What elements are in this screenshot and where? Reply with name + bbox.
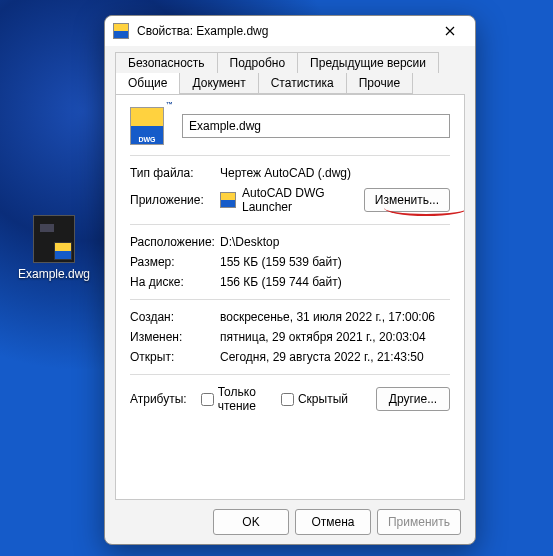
tab-document[interactable]: Документ: [179, 73, 258, 94]
modified-label: Изменен:: [130, 330, 220, 344]
separator: [130, 374, 450, 375]
created-label: Создан:: [130, 310, 220, 324]
close-icon: [445, 26, 455, 36]
attributes-label: Атрибуты:: [130, 392, 187, 406]
separator: [130, 224, 450, 225]
tab-previous-versions[interactable]: Предыдущие версии: [297, 52, 439, 73]
hidden-checkbox[interactable]: Скрытый: [281, 392, 348, 406]
highlight-annotation: [384, 208, 465, 216]
desktop-file-icon[interactable]: Example.dwg: [18, 215, 90, 281]
modified-value: пятница, 29 октября 2021 г., 20:03:04: [220, 330, 450, 344]
titlebar[interactable]: Свойства: Example.dwg: [105, 16, 475, 46]
separator: [130, 299, 450, 300]
readonly-label: Только чтение: [218, 385, 267, 413]
filetype-label: Тип файла:: [130, 166, 220, 180]
tab-statistics[interactable]: Статистика: [258, 73, 347, 94]
created-value: воскресенье, 31 июля 2022 г., 17:00:06: [220, 310, 450, 324]
file-type-icon: ™: [130, 107, 164, 145]
app-value: AutoCAD DWG Launcher: [242, 186, 364, 214]
tab-other[interactable]: Прочие: [346, 73, 413, 94]
tab-pane-general: ™ Тип файла: Чертеж AutoCAD (.dwg) Прило…: [115, 94, 465, 500]
size-value: 155 КБ (159 539 байт): [220, 255, 450, 269]
ok-button[interactable]: OK: [213, 509, 289, 535]
close-button[interactable]: [429, 17, 471, 45]
dwg-app-icon: [113, 23, 129, 39]
ondisk-value: 156 КБ (159 744 байт): [220, 275, 450, 289]
tm-mark: ™: [166, 101, 173, 108]
accessed-label: Открыт:: [130, 350, 220, 364]
readonly-checkbox[interactable]: Только чтение: [201, 385, 267, 413]
readonly-input[interactable]: [201, 393, 214, 406]
hidden-input[interactable]: [281, 393, 294, 406]
tab-details[interactable]: Подробно: [217, 52, 299, 73]
dwg-file-icon: [33, 215, 75, 263]
tab-general[interactable]: Общие: [115, 73, 180, 95]
apply-button[interactable]: Применить: [377, 509, 461, 535]
separator: [130, 155, 450, 156]
dwg-badge-icon: [54, 242, 72, 260]
tab-strip: Безопасность Подробно Предыдущие версии …: [105, 46, 475, 94]
filetype-value: Чертеж AutoCAD (.dwg): [220, 166, 450, 180]
desktop-file-label: Example.dwg: [18, 267, 90, 281]
app-label: Приложение:: [130, 193, 220, 207]
tab-security[interactable]: Безопасность: [115, 52, 218, 73]
window-title: Свойства: Example.dwg: [137, 24, 429, 38]
filename-input[interactable]: [182, 114, 450, 138]
location-value: D:\Desktop: [220, 235, 450, 249]
size-label: Размер:: [130, 255, 220, 269]
dwg-launcher-icon: [220, 192, 236, 208]
hidden-label: Скрытый: [298, 392, 348, 406]
cancel-button[interactable]: Отмена: [295, 509, 371, 535]
dialog-footer: OK Отмена Применить: [105, 500, 475, 544]
location-label: Расположение:: [130, 235, 220, 249]
accessed-value: Сегодня, 29 августа 2022 г., 21:43:50: [220, 350, 450, 364]
advanced-button[interactable]: Другие...: [376, 387, 450, 411]
ondisk-label: На диске:: [130, 275, 220, 289]
properties-dialog: Свойства: Example.dwg Безопасность Подро…: [104, 15, 476, 545]
